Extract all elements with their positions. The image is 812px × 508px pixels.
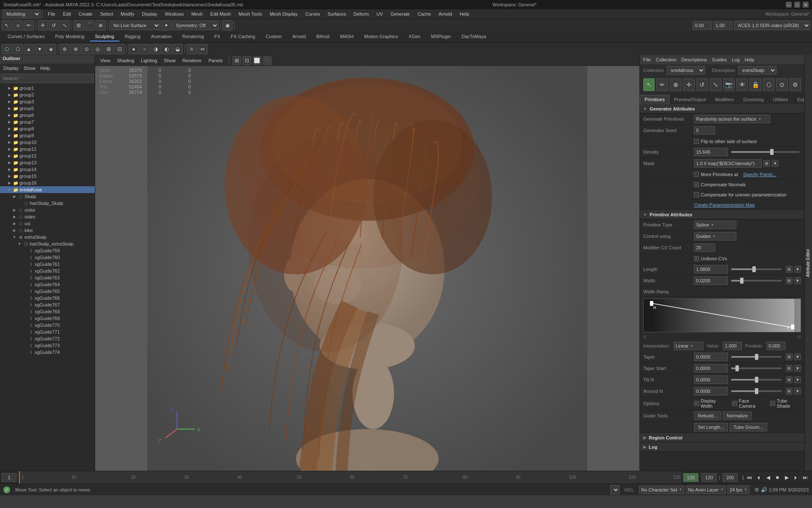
primitive-section-header[interactable]: ▼ Primitive Attributes [640, 210, 804, 219]
vp-tool-1[interactable]: ⊞ [233, 56, 241, 65]
symmetry-dropdown[interactable]: Symmetry: Off [172, 21, 219, 30]
tree-item-group7[interactable]: ▶📁group7 [0, 119, 95, 125]
rebuild-button[interactable]: Rebuild... [694, 411, 721, 420]
mask-edit-btn[interactable]: ▼ [772, 160, 779, 167]
tree-item-xgguide766[interactable]: ⌇xgGuide766 [0, 295, 95, 301]
tab-fx[interactable]: FX [209, 32, 225, 41]
tree-item-hairskalp-skalp[interactable]: ⬡hairSkalp_Skalp [0, 200, 95, 207]
menu-mesh-display[interactable]: Mesh Display [266, 11, 301, 17]
menu-select[interactable]: Select [97, 11, 117, 17]
tab-rigging[interactable]: Rigging [120, 32, 145, 41]
region-control-section-header[interactable]: ▶ Region Control [640, 433, 804, 442]
compensate-uneven-checkbox[interactable] [694, 192, 699, 197]
outliner-show-menu[interactable]: Show [22, 65, 37, 71]
tab-custom[interactable]: Custom [261, 32, 287, 41]
vp-menu-view[interactable]: View [98, 57, 113, 64]
paint-select-btn[interactable]: ✏ [24, 20, 34, 30]
xgen-render-btn[interactable]: ⬡ [763, 78, 774, 91]
tab-poly-modeling[interactable]: Poly Modeling [50, 32, 89, 41]
xgen-menu-descriptions[interactable]: Descriptions [681, 57, 707, 62]
modifier-cv-input[interactable]: 20 [694, 243, 715, 252]
sculpt-tool-5[interactable]: ◈ [46, 44, 56, 54]
face-camera-checkbox[interactable]: ✓ [732, 401, 737, 406]
tree-item-group10[interactable]: ▶📁group10 [0, 139, 95, 146]
taper-start-map-btn[interactable]: ⊞ [786, 365, 793, 372]
generator-section-header[interactable]: ▼ Generator Attributes [640, 104, 804, 113]
go-end-button[interactable]: ⏭ [801, 473, 809, 482]
collection-dropdown[interactable]: sredaKosa [667, 66, 705, 75]
tab-arnold[interactable]: Arnold [287, 32, 311, 41]
width-input[interactable]: 0.0200 [694, 276, 728, 285]
density-input[interactable]: 15.645 [694, 148, 728, 156]
tree-item-group1[interactable]: ▶📁group1 [0, 85, 95, 91]
timeline-start-frame[interactable] [2, 473, 16, 482]
tree-item-xgguide771[interactable]: ⌇xgGuide771 [0, 329, 95, 335]
length-slider[interactable] [731, 268, 782, 270]
flip-checkbox[interactable] [694, 139, 699, 144]
value-input[interactable]: 1.000 [723, 342, 742, 350]
mask-input[interactable]: 1.0 # map('$DESC/density/') [694, 159, 762, 168]
xgen-settings-btn[interactable]: ⚙ [790, 78, 801, 91]
timeline-bar[interactable]: 1 10 20 30 40 50 60 70 80 90 100 110 120 [18, 471, 682, 483]
xgen-lock-btn[interactable]: 🔒 [749, 78, 761, 91]
taper-start-input[interactable]: 0.0000 [694, 364, 728, 373]
xgen-tab-grooming[interactable]: Grooming [739, 95, 768, 104]
specify-points-link[interactable]: Specify Points... [743, 172, 776, 177]
tab-fx-caching[interactable]: FX Caching [226, 32, 260, 41]
search-input[interactable] [21, 76, 88, 81]
menu-file[interactable]: File [44, 11, 59, 17]
xgen-menu-guides[interactable]: Guides [712, 57, 727, 62]
around-n-input[interactable]: 0.0000 [694, 387, 728, 395]
tab-rendering[interactable]: Rendering [177, 32, 209, 41]
maximize-button[interactable]: □ [794, 2, 800, 8]
vp-menu-show[interactable]: Show [162, 57, 178, 64]
lasso-tool-btn[interactable]: ⌾ [13, 20, 23, 30]
viewport-panel[interactable]: View Shading Lighting Show Renderer Pane… [95, 55, 639, 471]
tree-item-group3[interactable]: ▶📁group3 [0, 98, 95, 105]
xgen-add-btn[interactable]: ⊕ [670, 78, 681, 91]
vp-tool-4[interactable]: ⬛ [263, 56, 272, 65]
menu-edit[interactable]: Edit [60, 11, 74, 17]
tree-item-xgguide773[interactable]: ⌇xgGuide773 [0, 342, 95, 349]
tab-sculpting[interactable]: Sculpting [90, 32, 119, 41]
xgen-brush-btn[interactable]: ✏ [656, 78, 668, 91]
xgen-tab-primitives[interactable]: Primitives [640, 95, 669, 104]
set-length-button[interactable]: Set Length... [694, 423, 728, 431]
log-section-header[interactable]: ▶ Log [640, 442, 804, 452]
mel-script-selector[interactable]: MEL [610, 485, 620, 494]
tree-item-xgguide768[interactable]: ⌇xgGuide768 [0, 308, 95, 315]
tree-item-group15[interactable]: ▶📁group15 [0, 173, 95, 179]
tree-item-extraskalp[interactable]: ▼⊛extraSkalp [0, 234, 95, 240]
sculpt-tool-4[interactable]: ▼ [35, 44, 45, 54]
tree-item-xgguide774[interactable]: ⌇xgGuide774 [0, 349, 95, 356]
vp-tool-3[interactable]: ⬜ [253, 56, 261, 65]
density-slider[interactable] [731, 151, 799, 153]
mask-map-btn[interactable]: ⊞ [763, 160, 770, 167]
xgen-select-btn[interactable]: ↖ [643, 78, 655, 91]
generator-seed-input[interactable]: 5 [694, 126, 715, 135]
xgen-scale-btn[interactable]: ⤡ [710, 78, 721, 91]
camera-x-input[interactable] [693, 21, 712, 30]
sculpt-brush-3[interactable]: ◑ [151, 44, 161, 54]
tab-mash[interactable]: MASH [335, 32, 359, 41]
tilt-n-slider[interactable] [731, 379, 782, 381]
tilt-n-edit-btn[interactable]: ▼ [794, 376, 801, 383]
length-input[interactable]: 1.0800 [694, 265, 728, 273]
xgen-menu-help[interactable]: Help [745, 57, 754, 62]
sculpt-tool-11[interactable]: ⊡ [115, 44, 125, 54]
xgen-wire-btn[interactable]: ⊙ [776, 78, 787, 91]
menu-mesh-tools[interactable]: Mesh Tools [235, 11, 265, 17]
tree-item-xgguide769[interactable]: ⌇xgGuide769 [0, 315, 95, 322]
tree-item-xgguide764[interactable]: ⌇xgGuide764 [0, 281, 95, 288]
tree-item-group11[interactable]: ▶📁group11 [0, 146, 95, 152]
position-input[interactable]: 0.000 [766, 342, 785, 350]
tree-item-xgguide761[interactable]: ⌇xgGuide761 [0, 261, 95, 268]
taper-edit-btn[interactable]: ▼ [794, 353, 801, 360]
tree-item-group12[interactable]: ▶📁group12 [0, 152, 95, 159]
tree-item-xgguide765[interactable]: ⌇xgGuide765 [0, 288, 95, 295]
sculpt-tool-1[interactable]: ⬡ [2, 44, 12, 54]
sculpt-brush-1[interactable]: ● [129, 44, 139, 54]
sculpt-tool-3[interactable]: ▲ [24, 44, 34, 54]
menu-edit-mesh[interactable]: Edit Mesh [207, 11, 234, 17]
xgen-camera-btn[interactable]: 📷 [723, 78, 735, 91]
